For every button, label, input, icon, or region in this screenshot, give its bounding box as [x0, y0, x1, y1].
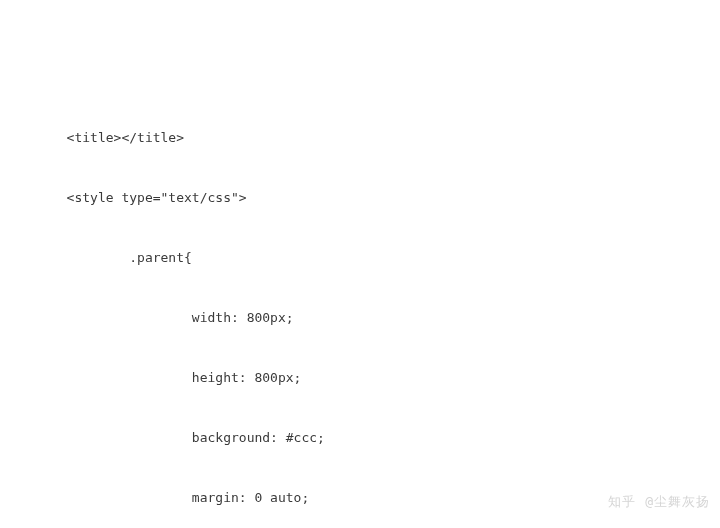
code-line: <title></title> — [4, 128, 720, 148]
code-line: .parent{ — [4, 248, 720, 268]
code-line: height: 800px; — [4, 368, 720, 388]
code-line: background: #ccc; — [4, 428, 720, 448]
code-block: <title></title> <style type="text/css"> … — [0, 88, 720, 528]
code-line: <style type="text/css"> — [4, 188, 720, 208]
code-line: margin: 0 auto; — [4, 488, 720, 508]
code-line: width: 800px; — [4, 308, 720, 328]
